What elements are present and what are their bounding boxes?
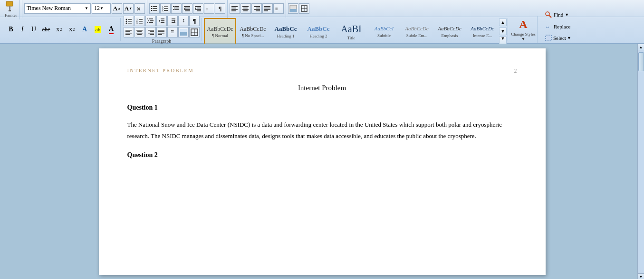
scrollbar-thumb[interactable] <box>638 52 644 71</box>
svg-point-59 <box>126 22 127 24</box>
para-align-center-btn[interactable] <box>135 27 145 37</box>
svg-rect-66 <box>139 23 143 24</box>
para-justify-btn[interactable] <box>156 27 167 37</box>
style-normal[interactable]: AaBbCcDc ¶ Normal <box>204 18 236 46</box>
svg-rect-11 <box>164 6 168 7</box>
underline-btn[interactable]: U <box>28 24 39 35</box>
svg-rect-4 <box>151 6 152 7</box>
para-increase-indent-btn[interactable] <box>167 16 178 26</box>
style-heading2-label: Heading 2 <box>309 34 327 38</box>
svg-rect-15 <box>164 10 168 11</box>
svg-line-103 <box>549 16 552 18</box>
svg-rect-68 <box>149 19 153 19</box>
svg-rect-33 <box>231 6 238 7</box>
style-normal-label: ¶ Normal <box>212 33 228 38</box>
change-styles-btn[interactable]: A Change Styles ▼ <box>509 16 538 43</box>
replace-btn[interactable]: ↔ Replace <box>542 21 574 32</box>
para-align-left-btn[interactable] <box>124 27 134 37</box>
svg-rect-13 <box>164 8 168 9</box>
para-align-right-btn[interactable] <box>145 27 156 37</box>
svg-rect-58 <box>128 21 132 22</box>
svg-rect-44 <box>256 10 260 11</box>
borders-btn[interactable] <box>299 3 309 14</box>
increase-indent-btn[interactable] <box>193 3 203 14</box>
para-borders-btn[interactable] <box>189 27 200 37</box>
text-effects-btn[interactable]: A <box>78 24 91 35</box>
svg-rect-62 <box>139 19 143 20</box>
multilevel-list-btn[interactable] <box>171 3 182 14</box>
superscript-btn[interactable]: X2 <box>66 24 78 35</box>
document-page[interactable]: INTERNET PROBLEM 2 Internet Problem Ques… <box>99 48 546 275</box>
svg-rect-0 <box>6 1 13 6</box>
strikethrough-btn[interactable]: abc <box>40 24 52 35</box>
numbering-btn[interactable]: 1. 2. 3. <box>160 3 171 14</box>
clear-formatting-btn[interactable]: ✕ <box>135 3 145 14</box>
numbering-icon: 1. 2. 3. <box>162 5 169 12</box>
svg-rect-34 <box>231 8 236 9</box>
font-color-btn[interactable]: A <box>105 24 117 35</box>
question1-heading: Question 1 <box>127 102 517 113</box>
change-styles-arrow: ▼ <box>521 37 526 41</box>
style-subtitle[interactable]: AaBbCcI Subtitle <box>368 18 400 46</box>
svg-rect-94 <box>158 31 164 32</box>
italic-btn[interactable]: I <box>17 24 28 35</box>
para-multilevel-btn[interactable] <box>145 16 156 26</box>
para-numbering-btn[interactable]: 1. 2. 3. <box>135 16 145 26</box>
format-painter[interactable]: Painter <box>2 0 20 19</box>
line-spacing-btn[interactable]: ≡ <box>273 3 284 14</box>
show-marks-btn[interactable]: ¶ <box>215 3 225 14</box>
replace-label: Replace <box>554 24 570 29</box>
svg-rect-89 <box>148 30 154 31</box>
svg-rect-83 <box>125 33 132 34</box>
decrease-indent-btn[interactable] <box>182 3 192 14</box>
painter-icon <box>4 0 18 13</box>
font-increase-btn[interactable]: A▲ <box>112 3 122 14</box>
highlight-btn[interactable]: ab <box>91 24 105 35</box>
svg-rect-75 <box>161 20 164 21</box>
style-emphasis-preview: AaBbCcDc <box>438 26 461 32</box>
svg-rect-27 <box>195 6 201 7</box>
subscript-btn[interactable]: X2 <box>53 24 65 35</box>
style-heading1[interactable]: AaBbCc Heading 1 <box>269 18 302 46</box>
font-decrease-btn[interactable]: A▼ <box>123 3 134 14</box>
divider-3 <box>227 0 228 18</box>
para-bullets-btn[interactable] <box>124 16 134 26</box>
question1-body: The National Snow and Ice Data Center (N… <box>127 119 517 141</box>
bullets-btn[interactable] <box>149 3 160 14</box>
sort-btn[interactable]: ↕ <box>204 3 214 14</box>
para-decrease-indent-btn[interactable] <box>156 16 167 26</box>
font-name-dropdown[interactable]: Times New Roman ▼ <box>24 3 91 14</box>
style-subtle-em[interactable]: AaBbCcDc Subtle Em... <box>401 18 433 46</box>
font-size-dropdown[interactable]: 12 ▼ <box>92 3 111 14</box>
gallery-up-btn[interactable]: ▲ <box>499 19 507 26</box>
scroll-down-btn[interactable]: ▼ <box>638 273 644 279</box>
svg-rect-30 <box>197 10 201 11</box>
style-title[interactable]: AaBI Title <box>335 18 367 46</box>
gallery-down-btn[interactable]: ▼ <box>499 28 507 35</box>
page-header-right: 2 <box>514 67 517 74</box>
para-line-spacing-btn[interactable]: ≡ <box>167 27 178 37</box>
scrollbar-track: ▲ ▼ <box>637 44 644 279</box>
style-intense-e[interactable]: AaBbCcDc Intense E... <box>466 18 499 46</box>
scroll-up-btn[interactable]: ▲ <box>638 44 644 50</box>
style-no-spacing-label: ¶ No Spaci... <box>242 33 264 38</box>
justify-btn[interactable] <box>262 3 273 14</box>
select-btn[interactable]: Select ▼ <box>542 33 574 43</box>
svg-rect-20 <box>173 9 174 10</box>
para-top-row: 1. 2. 3. <box>124 16 200 26</box>
para-marks-btn[interactable]: ¶ <box>189 16 200 26</box>
align-right-btn[interactable] <box>251 3 262 14</box>
para-shading-btn[interactable] <box>178 27 189 37</box>
shading-btn[interactable] <box>288 3 298 14</box>
align-center-btn[interactable] <box>240 3 251 14</box>
align-buttons-group: ≡ <box>230 3 284 14</box>
style-no-spacing[interactable]: AaBbCcDc ¶ No Spaci... <box>237 18 269 46</box>
style-emphasis[interactable]: AaBbCcDc Emphasis <box>433 18 466 46</box>
find-btn[interactable]: Find ▼ <box>542 9 574 20</box>
svg-rect-48 <box>264 10 268 11</box>
bold-btn[interactable]: B <box>5 24 17 35</box>
para-sort-btn[interactable]: ↕ <box>178 16 189 26</box>
style-title-label: Title <box>347 36 356 40</box>
style-heading2[interactable]: AaBbCc Heading 2 <box>302 18 335 46</box>
align-left-btn[interactable] <box>230 3 240 14</box>
